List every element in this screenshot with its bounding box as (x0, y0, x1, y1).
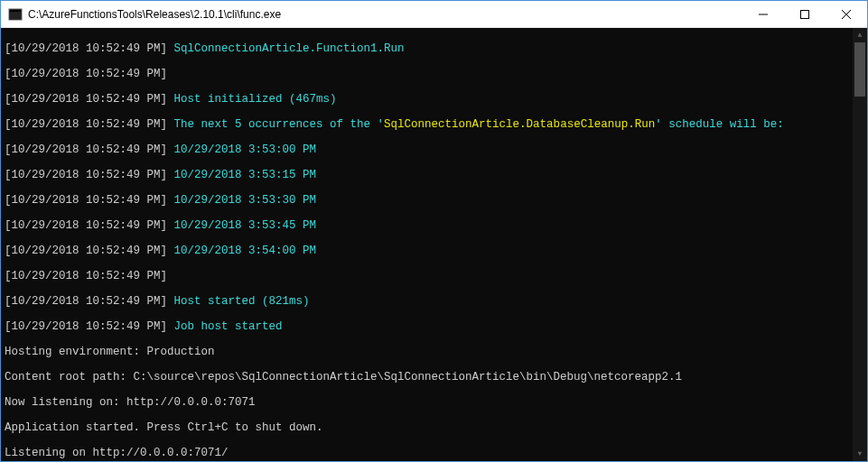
scrollbar-thumb[interactable] (854, 42, 865, 97)
timestamp: [10/29/2018 10:52:49 PM] (5, 169, 167, 181)
timestamp: [10/29/2018 10:52:49 PM] (5, 118, 167, 131)
log-text: 10/29/2018 3:53:45 PM (174, 219, 317, 232)
log-text: 10/29/2018 3:53:00 PM (174, 143, 317, 156)
window-title: C:\AzureFunctionsTools\Releases\2.10.1\c… (28, 8, 742, 21)
log-text: SqlConnectionArticle.DatabaseCleanup.Run (384, 118, 655, 131)
timestamp: [10/29/2018 10:52:49 PM] (5, 320, 167, 333)
vertical-scrollbar[interactable]: ▲ ▼ (853, 28, 867, 461)
timestamp: [10/29/2018 10:52:49 PM] (5, 68, 167, 80)
timestamp: [10/29/2018 10:52:49 PM] (5, 194, 167, 207)
timestamp: [10/29/2018 10:52:49 PM] (5, 93, 167, 106)
log-text: Job host started (174, 320, 283, 333)
log-text: Now listening on: http://0.0.0.0:7071 (5, 396, 863, 409)
log-text: ' schedule will be: (655, 118, 784, 131)
console-output[interactable]: [10/29/2018 10:52:49 PM] SqlConnectionAr… (1, 28, 867, 461)
log-text: Application started. Press Ctrl+C to shu… (5, 421, 863, 434)
log-text: Hosting environment: Production (5, 346, 863, 358)
log-text: 10/29/2018 3:53:15 PM (174, 169, 317, 181)
svg-rect-1 (10, 12, 21, 19)
log-text: SqlConnectionArticle.Function1.Run (174, 42, 405, 55)
log-text: Content root path: C:\source\repos\SqlCo… (5, 371, 863, 383)
timestamp: [10/29/2018 10:52:49 PM] (5, 219, 167, 232)
log-text: 10/29/2018 3:54:00 PM (174, 245, 317, 257)
close-button[interactable] (826, 1, 867, 27)
titlebar[interactable]: C:\AzureFunctionsTools\Releases\2.10.1\c… (1, 1, 867, 28)
timestamp: [10/29/2018 10:52:49 PM] (5, 143, 167, 156)
window-controls (742, 1, 867, 27)
timestamp: [10/29/2018 10:52:49 PM] (5, 245, 167, 257)
console-window: C:\AzureFunctionsTools\Releases\2.10.1\c… (1, 1, 867, 461)
log-text: 10/29/2018 3:53:30 PM (174, 194, 317, 207)
scroll-up-arrow[interactable]: ▲ (853, 28, 867, 42)
log-text: The next 5 occurrences of the ' (174, 118, 385, 131)
app-icon (8, 7, 23, 22)
minimize-button[interactable] (742, 1, 784, 27)
timestamp: [10/29/2018 10:52:49 PM] (5, 270, 167, 282)
svg-rect-3 (801, 10, 809, 18)
log-text: Host started (821ms) (174, 295, 310, 308)
timestamp: [10/29/2018 10:52:49 PM] (5, 295, 167, 308)
scroll-down-arrow[interactable]: ▼ (853, 447, 867, 461)
timestamp: [10/29/2018 10:52:49 PM] (5, 42, 167, 55)
log-text: Listening on http://0.0.0.0:7071/ (5, 447, 863, 459)
log-text: Host initialized (467ms) (174, 93, 337, 106)
maximize-button[interactable] (784, 1, 826, 27)
